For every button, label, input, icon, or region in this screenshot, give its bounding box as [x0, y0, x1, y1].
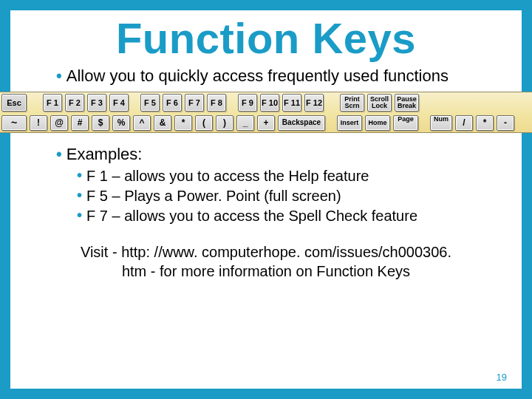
key-8: * — [174, 115, 192, 131]
key-2: @ — [50, 115, 68, 131]
key-num-subtract: - — [497, 115, 514, 131]
key-f6: F 6 — [163, 94, 182, 112]
key-f1: F 1 — [43, 94, 62, 112]
key-f2: F 2 — [65, 94, 84, 112]
key-9: ( — [195, 115, 213, 131]
key-f10: F 10 — [260, 94, 279, 112]
example-text: F 5 – Plays a Power. Point (full screen) — [86, 186, 341, 206]
bullet-icon: • — [56, 145, 62, 164]
keyboard-image: Esc F 1 F 2 F 3 F 4 F 5 F 6 F 7 F 8 F 9 … — [0, 92, 532, 133]
key-tilde: ~ — [1, 115, 27, 131]
key-minus: _ — [236, 115, 254, 131]
bullet-icon: • — [56, 66, 62, 86]
key-7: & — [154, 115, 171, 131]
example-text: F 7 – allows you to access the Spell Che… — [86, 206, 417, 226]
key-num-lock: Num — [430, 115, 452, 131]
key-page-up: Page — [393, 115, 418, 131]
key-4: $ — [92, 115, 109, 131]
key-line2: Lock — [372, 103, 387, 109]
example-item: • F 5 – Plays a Power. Point (full scree… — [77, 186, 522, 206]
example-text: F 1 – allows you to access the Help feat… — [86, 166, 369, 186]
examples-bullet: • Examples: — [56, 145, 522, 164]
bullet-icon: • — [77, 166, 82, 186]
key-5: % — [112, 115, 130, 131]
key-f4: F 4 — [109, 94, 129, 112]
example-item: • F 7 – allows you to access the Spell C… — [77, 206, 522, 226]
key-3: # — [71, 115, 89, 131]
examples-label: Examples: — [66, 145, 143, 164]
key-pause-break: Pause Break — [395, 94, 419, 112]
key-f9: F 9 — [238, 94, 257, 112]
key-num-multiply: * — [476, 115, 494, 131]
key-6: ^ — [133, 115, 151, 131]
key-f12: F 12 — [304, 94, 324, 112]
key-0: ) — [216, 115, 233, 131]
key-line2: Scrn — [344, 103, 359, 109]
bullet-icon: • — [77, 206, 82, 226]
slide-title: Function Keys — [10, 15, 522, 62]
key-f8: F 8 — [207, 94, 226, 112]
key-print-screen: Print Scrn — [340, 94, 364, 112]
intro-text: Allow you to quickly access frequently u… — [66, 66, 449, 86]
key-equals: + — [257, 115, 275, 131]
key-scroll-lock: Scroll Lock — [367, 94, 392, 112]
key-f11: F 11 — [282, 94, 301, 112]
key-backspace: Backspace — [278, 115, 325, 131]
slide: Function Keys • Allow you to quickly acc… — [0, 0, 532, 399]
bullet-icon: • — [77, 186, 82, 206]
key-f5: F 5 — [140, 94, 160, 112]
visit-text: Visit - http: //www. computerhope. com/i… — [69, 242, 463, 281]
key-1: ! — [30, 115, 47, 131]
keyboard-row-2: ~ ! @ # $ % ^ & * ( ) _ + Backspace Inse… — [0, 113, 532, 132]
key-f7: F 7 — [185, 94, 204, 112]
key-num-divide: / — [455, 115, 473, 131]
keyboard-row-1: Esc F 1 F 2 F 3 F 4 F 5 F 6 F 7 F 8 F 9 … — [0, 92, 532, 113]
key-home: Home — [365, 115, 390, 131]
intro-bullet: • Allow you to quickly access frequently… — [56, 66, 522, 86]
page-number: 19 — [497, 372, 507, 383]
key-line2: Break — [398, 103, 416, 109]
key-line2 — [440, 123, 443, 129]
example-item: • F 1 – allows you to access the Help fe… — [77, 166, 522, 186]
key-esc: Esc — [1, 94, 27, 112]
key-insert: Insert — [337, 115, 362, 131]
key-line2 — [405, 123, 407, 129]
key-f3: F 3 — [87, 94, 106, 112]
